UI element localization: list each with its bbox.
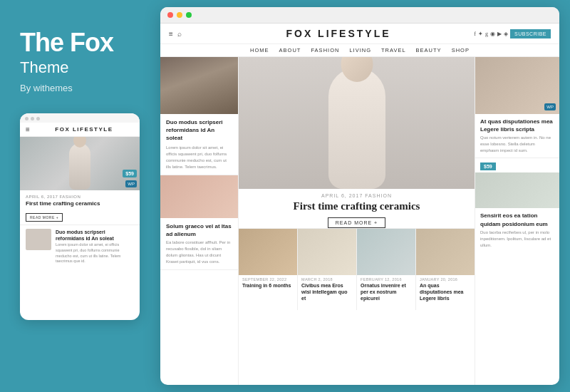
hero-figure-wrap	[239, 57, 475, 189]
content-center-col: APRIL 6, 2017 FASHION First time craftin…	[239, 57, 475, 385]
browser-dot-close[interactable]	[167, 12, 173, 18]
grid-item-3: FEBRUARY 12, 2016 Ornatus invenire et pe…	[357, 229, 416, 310]
nav-home[interactable]: HOME	[250, 47, 269, 53]
header-hamburger-icon[interactable]: ≡	[169, 30, 173, 38]
left-article-2: Solum graeco vel at Itas ad alienum Ea l…	[160, 218, 238, 270]
left-article-1-text: Lorem ipsum dolor sit amet, ei officis s…	[166, 145, 232, 170]
grid-item-3-image	[357, 229, 415, 275]
twitter-icon[interactable]: ✦	[478, 31, 483, 37]
mobile-small-article: Duo modus scripseri reformidans id An so…	[20, 225, 140, 268]
right-article-1-text: Quo notum verterem autem in. No ne esse …	[480, 135, 554, 154]
youtube-icon[interactable]: ▶	[497, 31, 502, 37]
right-wp-badge: WP	[544, 103, 556, 110]
site-header: ≡ ⌕ FOX LIFESTYLE f ✦ g ◉ ▶ ◈ SUBSCRIBE	[160, 24, 559, 44]
right-mid-image	[475, 172, 559, 208]
header-right: f ✦ g ◉ ▶ ◈ SUBSCRIBE	[465, 29, 551, 38]
browser-chrome	[160, 7, 559, 24]
left-article-1-title: Duo modus scripseri reformidans id An so…	[166, 118, 232, 143]
grid-item-4: JANUARY 20, 2016 An quas disputationes m…	[416, 229, 475, 310]
mobile-hero-bg	[20, 137, 140, 190]
rss-icon[interactable]: ◈	[504, 31, 508, 37]
mobile-hamburger-icon[interactable]: ≡	[26, 125, 30, 133]
theme-title: The Fox	[20, 29, 142, 57]
bottom-grid: SEPTEMBER 22, 2022 Training in 6 months …	[239, 228, 475, 310]
right-article-1-title: At quas disputationes mea Legere libris …	[480, 118, 554, 133]
left-article-2-title: Solum graeco vel at Itas ad alienum	[166, 222, 232, 238]
browser-dot-minimize[interactable]	[177, 12, 182, 18]
subscribe-button[interactable]: SUBSCRIBE	[510, 29, 551, 38]
hero-read-more-wrap: READ MORE +	[239, 217, 475, 228]
right-article-2-title: Sensirit eos ea tation quidam posidonium…	[480, 212, 554, 227]
mobile-hero-figure	[69, 143, 90, 190]
mobile-hero-image: $59 WP	[20, 137, 140, 190]
nav-fashion[interactable]: FASHION	[311, 47, 339, 53]
right-price-badge: $59	[480, 163, 496, 170]
grid-item-1-meta: SEPTEMBER 22, 2022	[239, 275, 297, 282]
nav-about[interactable]: ABOUT	[279, 47, 301, 53]
right-article-2: Sensirit eos ea tation quidam posidonium…	[475, 208, 559, 252]
mobile-article-meta: APRIL 6, 2017 FASHION	[26, 195, 134, 199]
header-search-icon[interactable]: ⌕	[177, 30, 182, 38]
mobile-read-more-btn[interactable]: READ MORE +	[26, 213, 63, 222]
grid-item-2-title: Civibus mea Eros wisi intellegam quo et	[298, 282, 356, 301]
grid-item-2-meta: MARCH 2, 2018	[298, 275, 356, 282]
left-top-image	[160, 57, 238, 114]
left-article-2-text: Ea labore constituer affhult. Per in rec…	[166, 239, 232, 265]
mobile-hero-head	[73, 137, 86, 148]
site-nav: HOME ABOUT FASHION LIVING TRAVEL BEAUTY …	[160, 44, 559, 57]
grid-item-1-title: Training in 6 months	[239, 282, 297, 289]
mobile-small-text: Lorem ipsum dolor sit amet, ei officis s…	[56, 242, 134, 264]
grid-item-1: SEPTEMBER 22, 2022 Training in 6 months	[239, 229, 298, 310]
mobile-small-thumb	[26, 229, 51, 250]
grid-item-3-title: Ornatus invenire et per ex nostrum epicu…	[357, 282, 415, 301]
grid-item-1-image	[239, 229, 297, 275]
mobile-dot-yellow	[31, 117, 34, 120]
mobile-wp-badge: WP	[125, 180, 137, 187]
grid-item-4-image	[416, 229, 475, 275]
right-top-image: WP	[475, 57, 559, 114]
right-article-2-text: Duo laorba recIferbes ul, per in molo in…	[480, 229, 554, 249]
left-top-image-bg	[160, 57, 238, 114]
header-logo: FOX LIFESTYLE	[212, 28, 465, 39]
mobile-small-content: Duo modus scripseri reformidans id An so…	[56, 229, 134, 264]
left-panel: The Fox Theme By withemes ≡ FOX LIFESTYL…	[0, 0, 157, 392]
content-right-col: WP At quas disputationes mea Legere libr…	[475, 57, 559, 385]
nav-beauty[interactable]: BEAUTY	[416, 47, 442, 53]
header-left: ≡ ⌕	[169, 30, 212, 38]
mobile-dot-red	[25, 117, 28, 120]
hero-person-head	[341, 57, 373, 82]
left-article-1: Duo modus scripseri reformidans id An so…	[160, 114, 238, 175]
hero-image	[239, 57, 475, 189]
hero-person-body	[328, 68, 385, 189]
nav-travel[interactable]: TRAVEL	[381, 47, 406, 53]
content-left-col: Duo modus scripseri reformidans id An so…	[160, 57, 239, 385]
hero-read-more-btn[interactable]: READ MORE +	[328, 217, 385, 228]
grid-item-3-meta: FEBRUARY 12, 2016	[357, 275, 415, 282]
instagram-icon[interactable]: ◉	[490, 31, 495, 37]
left-mid-image	[160, 175, 238, 218]
mobile-logo: FOX LIFESTYLE	[34, 126, 134, 133]
nav-living[interactable]: LIVING	[349, 47, 371, 53]
browser-dot-maximize[interactable]	[186, 12, 192, 18]
facebook-icon[interactable]: f	[474, 31, 476, 37]
mobile-chrome-dots	[20, 113, 140, 123]
mobile-mockup: ≡ FOX LIFESTYLE $59 WP APRIL 6, 2017 FAS…	[20, 113, 140, 320]
site-content: Duo modus scripseri reformidans id An so…	[160, 57, 559, 385]
grid-item-4-meta: JANUARY 20, 2016	[416, 275, 475, 282]
hero-title: First time crafting ceramics	[239, 200, 475, 214]
theme-author: By withemes	[20, 83, 142, 93]
right-article-1: At quas disputationes mea Legere libris …	[475, 114, 559, 158]
mobile-nav: ≡ FOX LIFESTYLE	[20, 123, 140, 137]
grid-item-4-title: An quas disputationes mea Legere libris	[416, 282, 475, 301]
nav-shop[interactable]: SHOP	[452, 47, 470, 53]
theme-subtitle: Theme	[20, 58, 142, 77]
google-icon[interactable]: g	[485, 31, 488, 37]
mobile-dot-green	[36, 117, 40, 120]
mobile-price-badge: $59	[123, 170, 137, 177]
grid-item-2: MARCH 2, 2018 Civibus mea Eros wisi inte…	[298, 229, 357, 310]
mobile-article: APRIL 6, 2017 FASHION First time craftin…	[20, 190, 140, 225]
grid-item-2-image	[298, 229, 356, 275]
browser-mockup: ≡ ⌕ FOX LIFESTYLE f ✦ g ◉ ▶ ◈ SUBSCRIBE …	[160, 7, 559, 385]
mobile-small-title: Duo modus scripseri reformidans id An so…	[56, 229, 134, 242]
hero-meta: APRIL 6, 2017 FASHION	[239, 189, 475, 200]
